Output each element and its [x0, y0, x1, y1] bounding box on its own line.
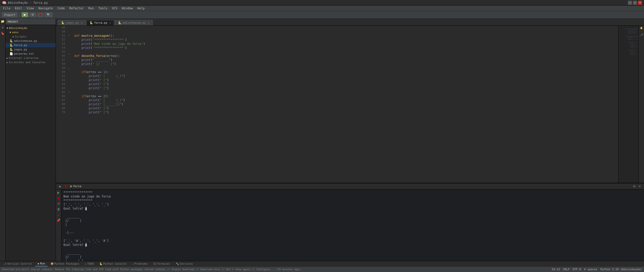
project-tree-content[interactable]: ▼ Adivinhação ▼ venv ▶ Scripts 🐍 adivinh… — [6, 25, 56, 261]
menu-edit[interactable]: Edit — [13, 6, 24, 11]
tree-item-jogos-py[interactable]: 🐍 jogos.py — [6, 47, 56, 52]
run-stop-button[interactable]: ■ — [63, 184, 68, 189]
tab-adivinhacao-close[interactable]: ✕ — [148, 21, 149, 24]
menu-tools[interactable]: Tools — [96, 6, 109, 11]
run-settings-button[interactable]: ⚙ — [632, 184, 636, 189]
project-icon[interactable]: 📁 — [1, 20, 5, 24]
code-line-57: print(" _______") — [74, 58, 618, 62]
menu-vcs[interactable]: VCS — [110, 6, 119, 11]
status-spaces[interactable]: 4 spaces — [584, 268, 597, 271]
status-bar: Download pre-built shared indexes: Reduc… — [0, 266, 644, 272]
tab-problems-label: Problems — [134, 262, 148, 265]
tree-item-venv[interactable]: ▼ venv — [6, 30, 56, 35]
code-area: 49 50 51 52 53 54 55 56 57 58 59 60 61 6… — [56, 26, 644, 183]
structure-icon[interactable]: ≡ — [1, 26, 5, 30]
notification-icon[interactable]: 🔔 — [639, 27, 644, 31]
output-line-11: -|--- — [63, 231, 642, 235]
fold-arrow-65[interactable]: ▾ — [67, 90, 71, 93]
git-icon[interactable]: ⎇ — [639, 33, 644, 37]
bookmark-icon[interactable]: 🔖 — [1, 32, 5, 36]
menu-run[interactable]: Run — [86, 6, 96, 11]
output-line-14: Qual letra? — [63, 243, 642, 247]
status-utf[interactable]: UTF-8 — [573, 268, 581, 271]
tab-version-control[interactable]: ⎇ Version Control — [1, 261, 35, 266]
tab-todo[interactable]: ☑ TODO — [83, 261, 97, 266]
tab-jogos-close[interactable]: ✕ — [81, 21, 83, 24]
line-numbers: 49 50 51 52 53 54 55 56 57 58 59 60 61 6… — [56, 26, 67, 183]
maximize-button[interactable]: □ — [633, 1, 637, 5]
tab-forca-close[interactable]: ✕ — [109, 21, 111, 24]
run-clear-btn[interactable]: 🗑 — [56, 207, 61, 212]
output-line-3: **************** — [63, 198, 642, 202]
menu-help[interactable]: Help — [135, 6, 147, 11]
code-line-63: print(" |") — [74, 82, 618, 86]
run-stop-btn[interactable]: ■ — [56, 196, 61, 200]
run-panel-header: ▶ ■ forca ⚙ ✕ — [56, 183, 644, 189]
tree-item-palavras-txt[interactable]: 📄 palavras.txt — [6, 52, 56, 56]
output-line-10 — [63, 227, 642, 231]
venv-label: venv — [12, 31, 19, 34]
code-line-61: print(" | (_)") — [74, 74, 618, 78]
output-line-2: Bem vindo ao jogo da forca — [63, 194, 642, 198]
toolbar-separator — [19, 12, 20, 17]
tab-todo-label: TODO — [87, 262, 94, 265]
title-bar: 🧠 Adivinhação - forca.py ─ □ ✕ — [0, 0, 644, 6]
run-layout: ▶ ■ ↺ 🗑 ↓ 📌 **************** Bem vindo a… — [56, 189, 644, 261]
menu-navigate[interactable]: Navigate — [36, 6, 55, 11]
scratches-expand-icon: ▶ — [7, 61, 8, 64]
menu-file[interactable]: File — [1, 6, 12, 11]
tree-item-scratches[interactable]: ▶ Scratches and Consoles — [6, 60, 56, 64]
tab-run[interactable]: ▶ Run — [35, 261, 48, 266]
search-button[interactable]: 🔍 — [45, 12, 53, 17]
status-python-version[interactable]: Python 3.10 (Adivinhação) — [600, 268, 642, 271]
tab-services[interactable]: 🔧 Services — [173, 261, 195, 266]
run-restart-button[interactable]: ▶ — [58, 184, 62, 189]
project-label: Project — [4, 13, 13, 16]
run-close-button[interactable]: ✕ — [637, 184, 642, 189]
run-play-btn[interactable]: ▶ — [56, 190, 61, 195]
tab-python-packages[interactable]: 📦 Python Packages — [48, 261, 82, 266]
editor-main: 🐍 jogos.py ✕ 🐍 forca.py ✕ 🐍 adivinhacao.… — [56, 19, 644, 261]
project-dropdown[interactable]: Project ▾ — [2, 12, 17, 17]
tab-python-console[interactable]: 🐍 Python Console — [97, 261, 129, 266]
status-notification[interactable]: Download pre-built shared indexes: Reduc… — [2, 268, 300, 271]
run-panel: ▶ ■ forca ⚙ ✕ ▶ ■ ↺ 🗑 — [56, 183, 644, 261]
code-line-68: print(" |______\\") — [74, 102, 618, 106]
stop-button[interactable]: ■ — [37, 13, 44, 17]
build-button[interactable]: ⚙ — [29, 12, 36, 17]
tree-item-forca-py[interactable]: 🐍 forca.py — [6, 43, 56, 47]
tree-item-scripts[interactable]: ▶ Scripts — [6, 35, 56, 39]
tab-adivinhacao-py[interactable]: 🐍 adivinhacao.py ✕ — [115, 20, 153, 25]
run-button[interactable]: ▶ — [22, 12, 28, 17]
menu-refactor[interactable]: Refactor — [67, 6, 86, 11]
menu-view[interactable]: View — [25, 6, 36, 11]
code-line-59 — [74, 66, 618, 70]
tab-terminal[interactable]: ⬛ Terminal — [151, 261, 173, 266]
code-line-60: if(erros == 1): — [74, 70, 618, 74]
tab-run-label: Run — [40, 262, 45, 265]
code-content[interactable]: def mostra_mensagem(): print('**********… — [72, 26, 618, 183]
menu-window[interactable]: Window — [120, 6, 135, 11]
fold-arrow-60[interactable]: ▾ — [67, 67, 71, 70]
tab-problems[interactable]: ⚠ Problems — [130, 261, 150, 266]
tree-item-external-libs[interactable]: ▶ External Libraries — [6, 56, 56, 60]
run-panel-title: forca — [70, 185, 81, 188]
tab-jogos-py[interactable]: 🐍 jogos.py ✕ — [58, 20, 86, 25]
menu-code[interactable]: Code — [56, 6, 67, 11]
tree-item-adivinhacao[interactable]: ▼ Adivinhação — [6, 26, 56, 30]
run-scroll-end-btn[interactable]: ↓ — [56, 213, 61, 217]
py-icon: 🐍 — [10, 39, 13, 43]
close-button[interactable]: ✕ — [638, 1, 642, 5]
run-rerun-btn[interactable]: ↺ — [56, 201, 61, 206]
fold-arrow-51[interactable]: ▾ — [67, 34, 71, 37]
run-pin-btn[interactable]: 📌 — [56, 218, 61, 223]
status-line-col[interactable]: 24:13 — [552, 268, 560, 271]
status-crlf[interactable]: CRLF — [563, 268, 570, 271]
code-editor[interactable]: 49 50 51 52 53 54 55 56 57 58 59 60 61 6… — [56, 26, 618, 183]
adivinhacao-py-label: adivinhacao.py — [14, 39, 37, 43]
tree-item-adivinhacao-py[interactable]: 🐍 adivinhacao.py — [6, 39, 56, 43]
py-icon: 🐍 — [10, 44, 13, 47]
minimize-button[interactable]: ─ — [628, 1, 632, 5]
fold-arrow-56[interactable]: ▾ — [67, 53, 71, 55]
tab-forca-py[interactable]: 🐍 forca.py ✕ — [86, 20, 114, 25]
